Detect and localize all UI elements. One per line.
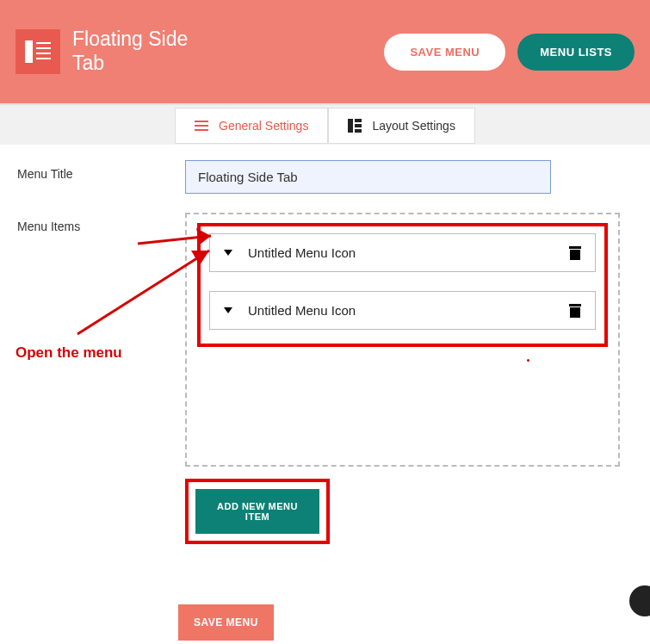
add-new-menu-item-button[interactable]: ADD NEW MENU ITEM xyxy=(195,489,319,534)
menu-title-label: Menu Title xyxy=(17,160,185,194)
content-area: Menu Title Menu Items Untitled Menu Icon… xyxy=(0,145,650,644)
annotation-text: Open the menu xyxy=(15,344,122,362)
layout-icon xyxy=(348,119,362,133)
tab-bar: General Settings Layout Settings xyxy=(0,103,650,145)
caret-down-icon xyxy=(224,250,232,256)
caret-down-icon xyxy=(224,307,232,313)
tab-label: General Settings xyxy=(219,119,308,133)
annotation-highlight-box: Untitled Menu Icon Untitled Menu Icon xyxy=(197,223,608,347)
app-title: Floating Side Tab xyxy=(72,28,193,75)
menu-items-row: Menu Items Untitled Menu Icon Untitled M… xyxy=(17,213,633,641)
tab-layout-settings[interactable]: Layout Settings xyxy=(328,108,475,144)
annotation-dot xyxy=(527,359,529,362)
header-right: SAVE MENU MENU LISTS xyxy=(384,34,635,71)
annotation-highlight-box: ADD NEW MENU ITEM xyxy=(185,479,330,544)
trash-icon[interactable] xyxy=(569,304,581,318)
app-logo-icon xyxy=(15,29,60,74)
menu-lists-button[interactable]: MENU LISTS xyxy=(517,34,635,71)
menu-title-row: Menu Title xyxy=(17,160,633,194)
menu-item-row[interactable]: Untitled Menu Icon xyxy=(209,291,596,330)
menu-items-label: Menu Items xyxy=(17,213,185,641)
tab-label: Layout Settings xyxy=(372,119,455,133)
menu-item-label: Untitled Menu Icon xyxy=(248,245,569,260)
hamburger-icon xyxy=(195,121,208,131)
save-menu-button-top[interactable]: SAVE MENU xyxy=(384,34,505,71)
tab-general-settings[interactable]: General Settings xyxy=(175,108,328,144)
menu-title-input[interactable] xyxy=(185,160,551,194)
header-left: Floating Side Tab xyxy=(15,28,193,75)
trash-icon[interactable] xyxy=(569,246,581,260)
menu-item-row[interactable]: Untitled Menu Icon xyxy=(209,233,596,272)
save-menu-button-bottom[interactable]: SAVE MENU xyxy=(178,604,274,641)
app-header: Floating Side Tab SAVE MENU MENU LISTS xyxy=(0,0,650,103)
menu-items-panel: Untitled Menu Icon Untitled Menu Icon xyxy=(185,213,620,467)
menu-item-label: Untitled Menu Icon xyxy=(248,303,569,318)
